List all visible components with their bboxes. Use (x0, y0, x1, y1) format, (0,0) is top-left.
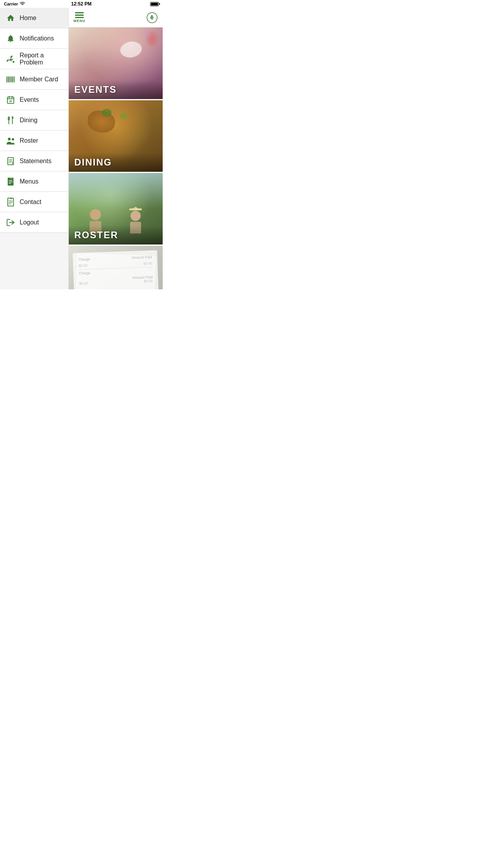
sidebar-item-roster[interactable]: Roster (0, 131, 68, 151)
wifi-icon (20, 2, 25, 6)
battery-icon (150, 2, 159, 6)
menus-icon (6, 177, 16, 187)
statements-icon: $ (6, 156, 16, 166)
svg-rect-26 (8, 177, 14, 185)
svg-rect-8 (13, 76, 13, 82)
home-icon (6, 13, 16, 23)
barcode-icon (6, 74, 16, 85)
svg-text:30: 30 (9, 99, 12, 102)
statements-tile[interactable]: Charge Amount Paid $0.00 $0.00 Charge (69, 246, 163, 289)
content-header: MENU (69, 8, 163, 28)
wrench-icon (6, 54, 16, 64)
sidebar-item-statements[interactable]: $ Statements (0, 151, 68, 171)
sidebar-menus-label: Menus (20, 178, 39, 185)
status-battery (150, 2, 159, 6)
svg-rect-5 (10, 76, 11, 82)
sidebar-item-logout[interactable]: Logout (0, 212, 68, 233)
dining-tile-overlay: DINING (69, 153, 163, 172)
fork-knife-icon (6, 115, 16, 125)
sidebar-member-card-label: Member Card (20, 76, 58, 83)
sidebar-home-label: Home (20, 15, 37, 22)
app-logo (146, 12, 158, 24)
sidebar-item-contact[interactable]: Contact (0, 192, 68, 212)
sidebar-item-dining[interactable]: Dining (0, 110, 68, 131)
tiles-container: EVENTS DINING (69, 28, 163, 289)
sidebar-report-label: Report a Problem (20, 52, 63, 66)
sidebar-notifications-label: Notifications (20, 35, 54, 42)
svg-rect-30 (8, 198, 14, 206)
sidebar: Home Notifications Report a Problem (0, 8, 69, 289)
svg-rect-1 (6, 76, 7, 82)
sidebar-item-report[interactable]: Report a Problem (0, 49, 68, 69)
sidebar-item-member-card[interactable]: Member Card (0, 69, 68, 90)
svg-point-20 (12, 138, 14, 140)
sidebar-item-home[interactable]: Home (0, 8, 68, 28)
dining-tile[interactable]: DINING (69, 100, 163, 173)
contact-icon (6, 197, 16, 207)
person-group-icon (6, 136, 16, 146)
sidebar-item-events[interactable]: 30 Events (0, 90, 68, 110)
calendar-icon: 30 (6, 95, 16, 105)
sidebar-statements-label: Statements (20, 158, 51, 165)
menu-label: MENU (73, 19, 86, 23)
roster-tile-overlay: ROSTER (69, 226, 163, 245)
sidebar-contact-label: Contact (20, 199, 41, 206)
svg-rect-4 (9, 76, 10, 82)
events-tile[interactable]: EVENTS (69, 28, 163, 100)
svg-text:$: $ (12, 162, 13, 165)
svg-rect-7 (12, 76, 13, 82)
dining-tile-label: DINING (74, 157, 112, 167)
svg-rect-6 (11, 76, 11, 82)
bell-icon (6, 33, 16, 44)
app-container: Home Notifications Report a Problem (0, 8, 163, 289)
status-carrier: Carrier (4, 2, 25, 6)
svg-rect-3 (8, 76, 9, 82)
svg-rect-2 (7, 76, 8, 82)
sidebar-roster-label: Roster (20, 137, 38, 144)
svg-point-0 (13, 61, 15, 63)
sidebar-logout-label: Logout (20, 219, 39, 226)
svg-rect-10 (15, 76, 15, 82)
content-panel: MENU (69, 8, 163, 289)
status-bar: Carrier 12:52 PM (0, 0, 163, 8)
svg-rect-9 (14, 76, 15, 82)
status-time: 12:52 PM (71, 1, 92, 7)
sidebar-item-notifications[interactable]: Notifications (0, 28, 68, 49)
hamburger-icon (75, 12, 84, 18)
menu-button[interactable]: MENU (73, 12, 86, 23)
sidebar-item-menus[interactable]: Menus (0, 171, 68, 192)
svg-point-19 (8, 138, 11, 140)
roster-tile-label: ROSTER (74, 230, 118, 240)
events-tile-label: EVENTS (74, 84, 117, 95)
events-tile-overlay: EVENTS (69, 80, 163, 99)
sidebar-dining-label: Dining (20, 117, 37, 124)
roster-tile[interactable]: ROSTER (69, 173, 163, 246)
logout-icon (6, 217, 16, 228)
sidebar-events-label: Events (20, 96, 39, 103)
